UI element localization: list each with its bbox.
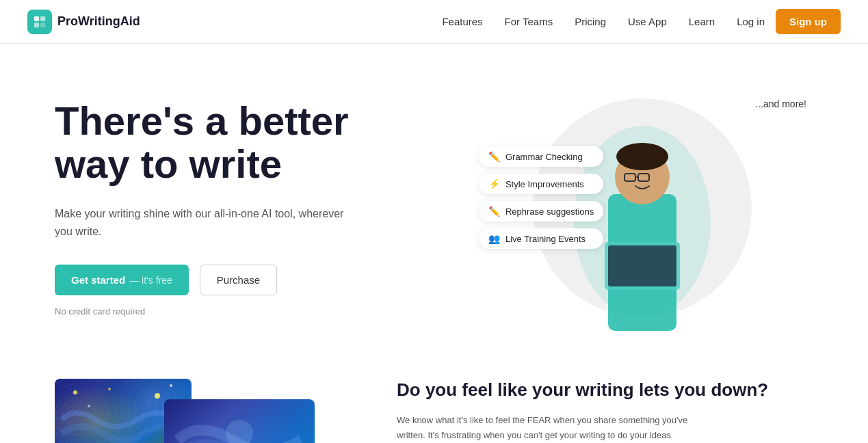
hero-title-line1: There's a better: [55, 98, 349, 143]
second-image-box: [164, 399, 315, 443]
hero-visual: ...and more! ✏️ Grammar Checkin: [472, 85, 813, 331]
hero-title-line2: way to write: [55, 142, 282, 186]
svg-point-14: [108, 388, 111, 390]
logo-icon: [27, 10, 52, 34]
pill-rephrase-label: Rephrase suggestions: [505, 206, 594, 217]
training-icon: 👥: [488, 233, 500, 244]
svg-point-15: [155, 393, 160, 399]
pill-grammar-label: Grammar Checking: [505, 152, 583, 162]
pill-style: ⚡ Style Improvements: [479, 174, 603, 194]
more-label: ...and more!: [755, 98, 806, 109]
rephrase-icon: ✏️: [488, 206, 500, 217]
login-button[interactable]: Log in: [737, 16, 765, 27]
logo-text: ProWritingAid: [57, 14, 140, 29]
nav-pricing[interactable]: Pricing: [575, 16, 606, 27]
svg-rect-3: [40, 22, 45, 27]
no-credit-text: No credit card required: [55, 306, 472, 317]
hero-section: There's a better way to write Make your …: [0, 44, 868, 358]
get-started-label: Get started: [71, 274, 125, 286]
svg-point-17: [88, 405, 90, 407]
second-content: Do you feel like your writing lets you d…: [397, 372, 813, 443]
pill-grammar: ✏️ Grammar Checking: [479, 146, 603, 167]
nav-links: Features For Teams Pricing Use App Learn: [442, 16, 715, 28]
logo-link[interactable]: ProWritingAid: [27, 10, 140, 34]
hero-content: There's a better way to write Make your …: [55, 99, 472, 317]
pill-style-label: Style Improvements: [505, 179, 584, 189]
pill-rephrase: ✏️ Rephrase suggestions: [479, 201, 603, 222]
svg-rect-0: [34, 16, 39, 21]
second-title-text: Do you feel like your writing lets you d…: [397, 379, 768, 400]
second-section: My idea in my head Do you feel like your…: [0, 358, 868, 443]
svg-point-7: [616, 143, 668, 170]
svg-point-20: [226, 420, 253, 443]
navbar: ProWritingAid Features For Teams Pricing…: [0, 0, 868, 44]
nav-features[interactable]: Features: [442, 16, 482, 27]
grammar-icon: ✏️: [488, 151, 500, 162]
svg-point-13: [73, 390, 77, 394]
second-description: We know what it's like to feel the FEAR …: [397, 413, 698, 443]
style-icon: ⚡: [488, 178, 500, 189]
pill-training-label: Live Training Events: [505, 234, 586, 244]
nav-use-app[interactable]: Use App: [628, 16, 667, 27]
svg-rect-12: [608, 245, 676, 286]
feature-pills: ✏️ Grammar Checking ⚡ Style Improvements…: [479, 146, 603, 249]
pill-training: 👥 Live Training Events: [479, 228, 603, 249]
purchase-button[interactable]: Purchase: [200, 265, 277, 295]
free-label: — it's free: [129, 275, 172, 286]
svg-rect-1: [40, 16, 45, 21]
second-visual: My idea in my head: [55, 372, 342, 443]
nav-actions: Log in Sign up: [737, 9, 841, 34]
nav-for-teams[interactable]: For Teams: [505, 16, 553, 27]
hero-subtitle: Make your writing shine with our all-in-…: [55, 205, 356, 240]
second-section-title: Do you feel like your writing lets you d…: [397, 379, 813, 402]
hero-buttons: Get started — it's free Purchase: [55, 265, 472, 295]
signup-button[interactable]: Sign up: [776, 9, 841, 34]
nav-learn[interactable]: Learn: [689, 16, 715, 27]
second-image-svg: [164, 399, 315, 443]
svg-rect-2: [34, 22, 39, 27]
hero-title: There's a better way to write: [55, 99, 472, 187]
get-started-button[interactable]: Get started — it's free: [55, 265, 189, 295]
svg-point-16: [170, 384, 172, 387]
